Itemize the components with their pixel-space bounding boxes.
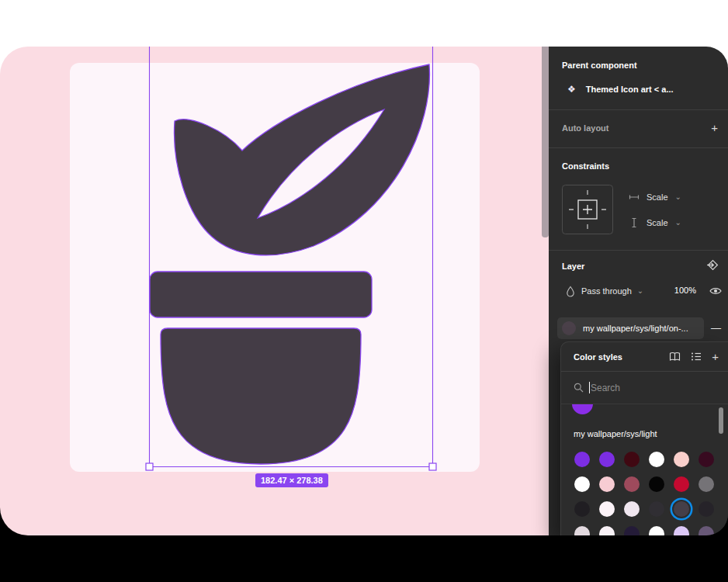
- color-styles-header: Color styles +: [561, 342, 728, 371]
- color-style-swatch[interactable]: [624, 501, 640, 517]
- color-style-swatch[interactable]: [574, 452, 590, 467]
- design-canvas[interactable]: 182.47 × 278.38: [0, 47, 549, 535]
- color-style-swatch[interactable]: [699, 526, 714, 535]
- section-divider: [549, 250, 728, 251]
- auto-layout-title: Auto layout: [562, 123, 609, 133]
- horizontal-constraint-select[interactable]: Scale ⌄: [629, 192, 681, 202]
- color-style-swatch[interactable]: [649, 501, 664, 517]
- color-style-swatch[interactable]: [624, 476, 640, 492]
- leaf-shape[interactable]: [174, 64, 429, 255]
- add-style-button[interactable]: +: [712, 351, 719, 362]
- app-window: 182.47 × 278.38 Parent component ❖ Theme…: [0, 47, 728, 535]
- component-icon: ❖: [567, 84, 576, 95]
- resize-handle-bottom-left[interactable]: [146, 463, 153, 470]
- layer-title: Layer: [562, 262, 584, 271]
- library-book-icon: [669, 352, 681, 362]
- library-button[interactable]: [669, 352, 681, 362]
- color-style-swatch[interactable]: [699, 476, 714, 492]
- chevron-down-icon: ⌄: [637, 287, 643, 295]
- color-style-swatch[interactable]: [699, 501, 714, 517]
- fill-style-row[interactable]: my wallpaper/sys/light/on-...: [557, 317, 704, 339]
- color-style-swatch[interactable]: [574, 526, 590, 535]
- list-icon: [691, 352, 702, 362]
- blend-droplet-icon: [566, 286, 575, 297]
- popup-scrollbar[interactable]: [719, 407, 723, 434]
- color-style-swatch[interactable]: [599, 501, 615, 517]
- section-divider: [549, 109, 728, 110]
- resize-handle-bottom-right[interactable]: [429, 463, 436, 470]
- color-style-swatch[interactable]: [599, 476, 615, 492]
- color-styles-popup: Color styles +: [560, 341, 728, 535]
- color-style-swatch[interactable]: [649, 452, 664, 467]
- section-divider: [549, 147, 728, 148]
- styles-scroll-area[interactable]: my wallpaper/sys/light: [561, 404, 728, 535]
- color-style-swatch[interactable]: [599, 526, 615, 535]
- arrow-into-diamond-icon: [706, 258, 719, 272]
- color-style-swatch[interactable]: [674, 526, 689, 535]
- style-group-label: my wallpaper/sys/light: [574, 429, 657, 438]
- eye-icon: [709, 286, 722, 296]
- list-view-button[interactable]: [691, 352, 702, 362]
- chevron-down-icon: ⌄: [675, 193, 681, 201]
- search-icon: [574, 383, 584, 393]
- fill-style-name: my wallpaper/sys/light/on-...: [583, 324, 688, 333]
- color-style-swatch[interactable]: [674, 476, 689, 492]
- color-style-swatch[interactable]: [624, 526, 640, 535]
- color-style-swatch[interactable]: [649, 526, 664, 535]
- vertical-constraint-value: Scale: [647, 218, 668, 227]
- canvas-vertical-scrollbar[interactable]: [542, 47, 549, 237]
- color-style-swatch[interactable]: [574, 501, 590, 517]
- constraints-widget[interactable]: [562, 185, 613, 234]
- chevron-down-icon: ⌄: [675, 219, 681, 227]
- figma-app: 182.47 × 278.38 Parent component ❖ Theme…: [0, 0, 728, 582]
- parent-component-title: Parent component: [562, 61, 637, 70]
- constraints-diagram-icon: [562, 185, 613, 234]
- color-styles-title: Color styles: [574, 352, 622, 362]
- color-style-swatch[interactable]: [599, 452, 615, 467]
- canvas-overlay: [0, 47, 549, 535]
- color-style-swatch[interactable]: [624, 452, 640, 467]
- layer-opacity-value[interactable]: 100%: [674, 286, 696, 295]
- fill-color-swatch[interactable]: [562, 321, 576, 335]
- constraints-title: Constraints: [562, 161, 609, 171]
- color-style-swatch[interactable]: [674, 501, 689, 517]
- parent-component-name: Themed Icon art < a...: [586, 85, 674, 94]
- add-auto-layout-button[interactable]: +: [711, 122, 718, 133]
- blend-mode-row[interactable]: Pass through ⌄ 100%: [566, 282, 728, 300]
- parent-component-row[interactable]: ❖ Themed Icon art < a...: [567, 84, 674, 95]
- color-style-swatch[interactable]: [649, 476, 664, 492]
- color-style-swatch[interactable]: [574, 476, 590, 492]
- layer-visibility-toggle[interactable]: [709, 286, 722, 296]
- style-search-input[interactable]: [591, 372, 715, 404]
- horizontal-constraint-value: Scale: [647, 192, 668, 202]
- blend-mode-value: Pass through: [581, 286, 632, 296]
- color-style-swatch[interactable]: [699, 452, 714, 467]
- pot-body-shape[interactable]: [161, 328, 361, 464]
- apply-to-selection-button[interactable]: [706, 258, 719, 272]
- style-search-row: [561, 372, 728, 404]
- horizontal-constraint-icon: [629, 192, 640, 202]
- text-cursor: [589, 382, 590, 393]
- pot-rim-shape[interactable]: [150, 272, 372, 317]
- selection-dimensions-badge: 182.47 × 278.38: [255, 473, 328, 487]
- potted-plant-icon[interactable]: [150, 64, 429, 464]
- swatch-grid: [574, 452, 714, 535]
- partially-scrolled-swatch[interactable]: [572, 404, 593, 414]
- remove-fill-button[interactable]: —: [711, 322, 721, 334]
- vertical-constraint-icon: [629, 217, 640, 228]
- color-style-swatch[interactable]: [674, 452, 689, 467]
- vertical-constraint-select[interactable]: Scale ⌄: [629, 217, 681, 228]
